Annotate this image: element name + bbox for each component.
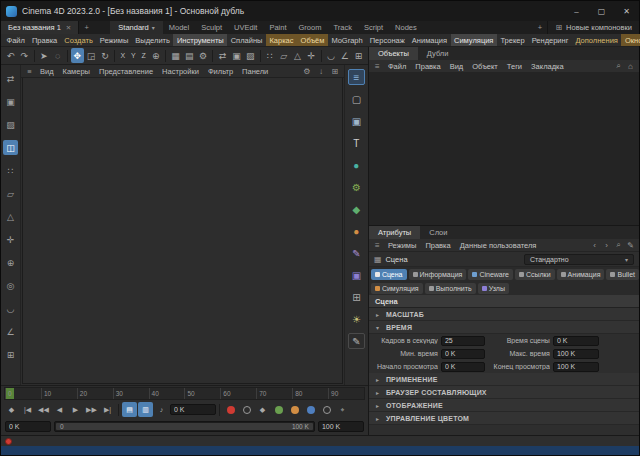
menu-file[interactable]: Файл (3, 34, 28, 46)
edges-mode-button[interactable]: ▱ (277, 48, 290, 63)
parameter-key-toggle[interactable] (319, 402, 334, 417)
om-menu-view[interactable]: Вид (446, 62, 468, 71)
attr-tab-cineware[interactable]: Cineware (468, 269, 513, 280)
range-start-input[interactable] (5, 421, 51, 432)
om-menu-file[interactable]: Файл (384, 62, 410, 71)
tweak-mode-icon[interactable]: ✛ (3, 232, 18, 247)
close-document-icon[interactable]: ✕ (66, 24, 71, 32)
menu-extensions[interactable]: Дополнения (572, 34, 621, 46)
autokey-button[interactable] (239, 402, 254, 417)
new-layouts-button[interactable]: ⊞ Новые компоновки (547, 21, 639, 34)
menu-simulate[interactable]: Симуляция (451, 34, 497, 46)
menu-character[interactable]: Персонаж (366, 34, 408, 46)
search-icon[interactable]: ⌕ (613, 240, 624, 250)
menu-create[interactable]: Создать (61, 34, 97, 46)
select-tool-button[interactable]: ➤ (37, 48, 50, 63)
max-time-input[interactable] (553, 349, 599, 359)
solo-mode-icon[interactable]: ◎ (3, 278, 18, 293)
menu-mograph[interactable]: MoGraph (328, 34, 366, 46)
render-picture-button[interactable]: ▤ (183, 48, 196, 63)
undo-button[interactable]: ↶ (4, 48, 17, 63)
range-end-input[interactable] (318, 421, 364, 432)
live-selection-button[interactable]: ◌ (51, 48, 64, 63)
edit-pencil-icon[interactable]: ✎ (625, 241, 636, 250)
layout-track[interactable]: Track (327, 21, 357, 34)
quantize-toggle-icon[interactable]: ∠ (3, 324, 18, 339)
redo-button[interactable]: ↷ (18, 48, 31, 63)
menu-modes[interactable]: Режимы (96, 34, 132, 46)
sound-toggle-button[interactable]: ♪ (154, 402, 169, 417)
menu-tools[interactable]: Инструменты (173, 34, 227, 46)
goto-end-button[interactable]: ▶| (100, 402, 115, 417)
group-color-management[interactable]: ▸ УПРАВЛЕНИЕ ЦВЕТОМ (369, 412, 639, 425)
menu-animate[interactable]: Анимация (408, 34, 450, 46)
menu-volume[interactable]: Объём (297, 34, 328, 46)
menu-tracker[interactable]: Трекер (497, 34, 528, 46)
model-mode-button[interactable]: ▣ (230, 48, 243, 63)
texture-mode-icon[interactable]: ▨ (3, 117, 18, 132)
record-button[interactable] (223, 402, 238, 417)
viewport-menu-display[interactable]: Представление (95, 67, 157, 76)
tweak-mode-button[interactable]: ✛ (305, 48, 318, 63)
minimize-button[interactable]: – (564, 1, 589, 21)
object-list[interactable] (369, 73, 639, 225)
timeline-mode-b-button[interactable]: ▥ (138, 402, 153, 417)
render-view-button[interactable]: ▦ (169, 48, 182, 63)
layout-nodes[interactable]: Nodes (389, 21, 423, 34)
om-menu-tags[interactable]: Теги (503, 62, 526, 71)
layout-uvedit[interactable]: UVEdit (228, 21, 263, 34)
points-mode-button[interactable]: ∷ (263, 48, 276, 63)
layout-groom[interactable]: Groom (293, 21, 328, 34)
grid-toggle-button[interactable]: ⊞ (352, 48, 365, 63)
group-scale[interactable]: ▸ МАСШТАБ (369, 308, 639, 321)
objects-manager-icon[interactable]: ≡ (348, 69, 365, 85)
materials-palette-icon[interactable]: ● (348, 223, 365, 239)
viewport-quadview-icon[interactable]: ⊞ (329, 67, 341, 76)
preview-range-handle[interactable]: 0 100 K (56, 423, 313, 430)
prev-frame-button[interactable]: ◀ (52, 402, 67, 417)
preset-dropdown[interactable]: Стандартно ▾ (524, 254, 634, 265)
next-frame-button[interactable]: ▶▶ (84, 402, 99, 417)
dynamics-palette-icon[interactable]: ◆ (348, 201, 365, 217)
attr-tab-simulation[interactable]: Симуляция (371, 283, 423, 294)
forward-icon[interactable]: › (601, 241, 612, 250)
group-application[interactable]: ▸ ПРИМЕНЕНИЕ (369, 373, 639, 386)
attr-tab-scene[interactable]: Сцена (371, 269, 407, 280)
rotate-tool-button[interactable]: ↻ (99, 48, 112, 63)
polygons-mode-button[interactable]: △ (291, 48, 304, 63)
simulation-palette-icon[interactable]: ● (348, 157, 365, 173)
snap-button[interactable]: ◡ (325, 48, 338, 63)
layout-script[interactable]: Script (358, 21, 389, 34)
attr-menu-edit[interactable]: Правка (421, 241, 454, 250)
back-icon[interactable]: ‹ (589, 241, 600, 250)
render-settings-button[interactable]: ⚙ (197, 48, 210, 63)
attr-tab-info[interactable]: Информация (409, 269, 467, 280)
keying-options-button[interactable]: ⌖ (335, 402, 350, 417)
viewport-options-gear-icon[interactable]: ⚙ (301, 67, 313, 76)
preview-end-input[interactable] (553, 362, 599, 372)
viewport-menu-icon[interactable]: ≡ (24, 67, 35, 76)
attr-tab-execute[interactable]: Выполнить (425, 283, 476, 294)
viewport-popout-icon[interactable]: ↓ (315, 67, 327, 76)
text-tool-icon[interactable]: T (348, 135, 365, 151)
min-time-input[interactable] (441, 349, 485, 359)
rotation-key-toggle[interactable] (303, 402, 318, 417)
coord-system-button[interactable]: ⊕ (149, 48, 162, 63)
lock-z-button[interactable]: Z (139, 48, 148, 63)
menu-window[interactable]: Окно (621, 34, 640, 46)
layout-selector[interactable]: Standard ▾ (110, 21, 162, 34)
current-frame-input[interactable] (170, 404, 216, 415)
tab-objects[interactable]: Объекты (369, 47, 418, 60)
om-menu-edit[interactable]: Правка (411, 62, 444, 71)
snap-toggle-icon[interactable]: ◡ (3, 301, 18, 316)
home-icon[interactable]: ⌂ (625, 62, 636, 71)
set-keyframe-button[interactable]: ◆ (4, 402, 19, 417)
scale-key-toggle[interactable] (287, 402, 302, 417)
model-mode-icon[interactable]: ▣ (3, 94, 18, 109)
position-key-toggle[interactable] (271, 402, 286, 417)
viewport-canvas[interactable] (22, 78, 343, 384)
fps-input[interactable] (441, 336, 485, 346)
scene-time-input[interactable] (553, 336, 599, 346)
maximize-button[interactable]: ▢ (589, 1, 614, 21)
menu-mesh[interactable]: Каркас (266, 34, 297, 46)
